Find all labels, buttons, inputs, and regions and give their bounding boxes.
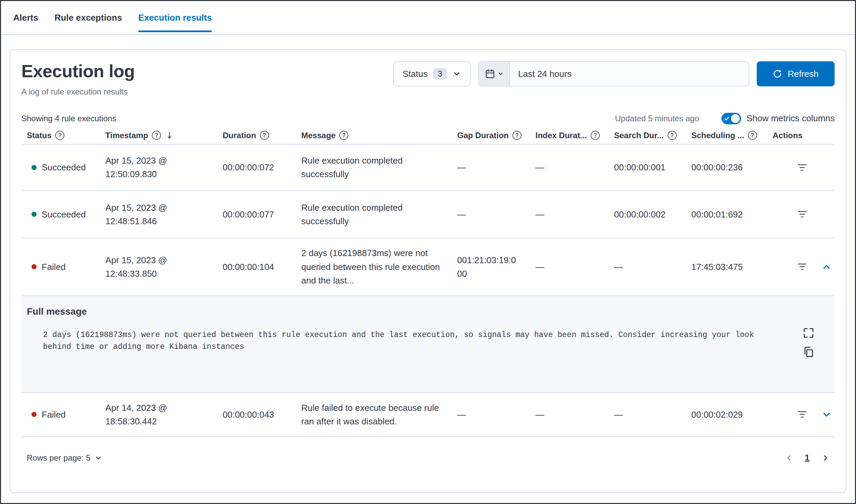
timestamp-cell: Apr 15, 2023 @ 12:50:09.830 xyxy=(100,154,217,181)
fullscreen-icon[interactable] xyxy=(803,327,814,339)
chevron-down-icon[interactable] xyxy=(821,410,832,420)
tab-rule-exceptions[interactable]: Rule exceptions xyxy=(55,1,122,34)
table-header-row: Status? Timestamp?↓ Duration? Message? G… xyxy=(21,127,835,145)
help-icon[interactable]: ? xyxy=(339,131,349,140)
page-subtitle: A log of rule execution results xyxy=(21,87,135,96)
next-page-icon[interactable] xyxy=(821,453,830,462)
table-footer: Rows per page: 5 1 xyxy=(21,437,835,479)
col-header-search-duration: Search Dur...? xyxy=(609,131,686,140)
previous-page-icon[interactable] xyxy=(785,453,793,462)
duration-cell: 00:00:00:077 xyxy=(217,208,296,221)
tab-execution-results[interactable]: Execution results xyxy=(138,1,212,34)
rows-per-page-label: Rows per page: 5 xyxy=(27,453,90,463)
status-filter-button[interactable]: Status 3 xyxy=(393,61,471,86)
col-header-scheduling-delay: Scheduling ...? xyxy=(686,131,767,140)
status-label: Succeeded xyxy=(42,161,86,174)
refresh-button[interactable]: Refresh xyxy=(757,61,835,86)
status-label: Failed xyxy=(42,260,66,274)
page-title: Execution log xyxy=(21,61,135,82)
refresh-icon xyxy=(773,69,782,78)
actions-cell xyxy=(767,211,835,217)
status-dot-success xyxy=(32,212,37,217)
date-range-value[interactable]: Last 24 hours xyxy=(510,62,749,86)
copy-icon[interactable] xyxy=(803,346,814,358)
scheduling-delay-cell: 17:45:03:475 xyxy=(686,260,767,274)
help-icon[interactable]: ? xyxy=(591,131,600,140)
status-cell: Succeeded xyxy=(21,161,100,174)
col-header-timestamp[interactable]: Timestamp?↓ xyxy=(100,130,217,141)
status-dot-danger xyxy=(32,412,37,417)
execution-log-table: Status? Timestamp?↓ Duration? Message? G… xyxy=(21,127,835,479)
sort-desc-icon[interactable]: ↓ xyxy=(166,130,173,141)
help-icon[interactable]: ? xyxy=(667,131,677,140)
table-row: Failed Apr 15, 2023 @ 12:48:33.850 00:00… xyxy=(21,238,835,296)
status-filter-count-badge: 3 xyxy=(433,68,447,79)
search-duration-cell: 00:00:00:002 xyxy=(609,208,686,221)
meta-right: Updated 5 minutes ago Show metrics colum… xyxy=(615,113,835,124)
table-meta-row: Showing 4 rule executions Updated 5 minu… xyxy=(21,113,835,124)
status-cell: Failed xyxy=(21,260,100,274)
filter-actions-icon[interactable] xyxy=(798,211,806,217)
search-duration-cell: — xyxy=(609,260,686,274)
toggle-knob xyxy=(731,114,740,123)
index-duration-cell: — xyxy=(530,260,609,274)
scheduling-delay-cell: 00:00:02:029 xyxy=(686,408,767,421)
status-cell: Failed xyxy=(21,408,100,421)
page-number-1[interactable]: 1 xyxy=(805,452,809,463)
pagination: 1 xyxy=(785,452,835,463)
rows-per-page-button[interactable]: Rows per page: 5 xyxy=(21,453,102,463)
chevron-down-icon xyxy=(452,69,461,78)
timestamp-cell: Apr 15, 2023 @ 12:48:33.850 xyxy=(100,253,217,281)
actions-cell xyxy=(767,164,835,171)
message-cell: Rule execution completed successfully xyxy=(296,201,452,228)
show-metrics-toggle[interactable] xyxy=(721,113,741,124)
col-header-message: Message? xyxy=(296,131,452,140)
help-icon[interactable]: ? xyxy=(55,131,65,140)
check-icon xyxy=(724,116,729,122)
message-cell: Rule failed to execute because rule ran … xyxy=(296,401,452,429)
help-icon[interactable]: ? xyxy=(260,131,269,140)
showing-count: Showing 4 rule executions xyxy=(21,114,116,123)
top-tab-bar: Alerts Rule exceptions Execution results xyxy=(1,1,855,35)
gap-duration-cell: — xyxy=(452,208,530,221)
timestamp-cell: Apr 14, 2023 @ 18:58:30.442 xyxy=(100,401,217,429)
chevron-up-icon[interactable] xyxy=(821,262,832,272)
panel-header: Execution log A log of rule execution re… xyxy=(21,50,835,96)
date-quick-select-button[interactable] xyxy=(479,62,510,86)
duration-cell: 00:00:00:104 xyxy=(217,260,296,274)
col-header-actions: Actions xyxy=(767,131,835,140)
search-duration-cell: 00:00:00:001 xyxy=(609,161,686,174)
help-icon[interactable]: ? xyxy=(152,131,161,140)
filter-actions-icon[interactable] xyxy=(798,164,806,171)
col-header-gap-duration: Gap Duration? xyxy=(452,131,530,140)
duration-cell: 00:00:00:043 xyxy=(217,408,296,421)
table-row: Failed Apr 14, 2023 @ 18:58:30.442 00:00… xyxy=(21,393,835,437)
message-cell: 2 days (162198873ms) were not queried be… xyxy=(296,246,452,287)
help-icon[interactable]: ? xyxy=(748,131,757,140)
actions-cell xyxy=(767,410,837,420)
tab-alerts[interactable]: Alerts xyxy=(13,1,38,34)
title-block: Execution log A log of rule execution re… xyxy=(21,61,135,96)
actions-cell xyxy=(767,262,837,272)
filter-actions-icon[interactable] xyxy=(798,264,806,270)
code-actions xyxy=(803,327,814,358)
index-duration-cell: — xyxy=(530,161,609,174)
filter-controls: Status 3 xyxy=(393,61,835,86)
scheduling-delay-cell: 00:00:00:236 xyxy=(686,161,767,174)
status-dot-success xyxy=(32,165,37,170)
gap-duration-cell: — xyxy=(452,408,530,421)
chevron-down-icon xyxy=(94,454,102,462)
refresh-button-label: Refresh xyxy=(787,69,818,79)
message-cell: Rule execution completed successfully xyxy=(296,154,452,181)
last-updated-text: Updated 5 minutes ago xyxy=(615,114,699,123)
status-dot-danger xyxy=(32,264,37,269)
show-metrics-toggle-label: Show metrics columns xyxy=(747,113,835,124)
status-label: Succeeded xyxy=(42,208,86,221)
col-header-index-duration: Index Durat...? xyxy=(530,131,609,140)
gap-duration-cell: — xyxy=(452,161,530,174)
help-icon[interactable]: ? xyxy=(512,131,521,140)
execution-log-panel: Execution log A log of rule execution re… xyxy=(10,49,846,493)
expanded-row: Full message 2 days (162198873ms) were n… xyxy=(21,296,835,393)
filter-actions-icon[interactable] xyxy=(798,411,806,418)
full-message-text: 2 days (162198873ms) were not queried be… xyxy=(43,329,758,353)
